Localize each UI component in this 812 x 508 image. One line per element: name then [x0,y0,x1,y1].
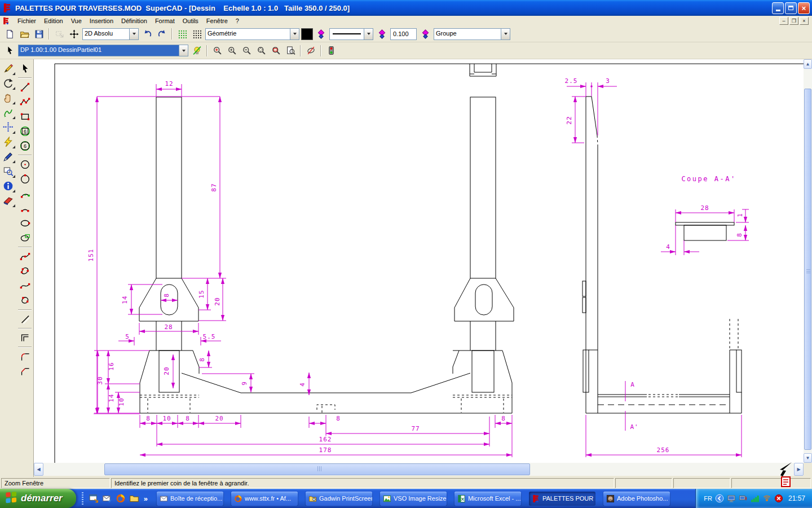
modify-tool[interactable] [1,61,16,76]
alert-icon[interactable] [774,494,783,503]
zoom-point-button[interactable] [210,44,224,57]
scroll-right-button[interactable]: ▶ [794,463,804,476]
folder-quick-icon[interactable] [129,493,139,503]
partial-drawing-combo-dropdown-arrow-icon[interactable] [179,45,188,56]
vertical-scroll-thumb[interactable] [804,89,811,450]
new-file-button[interactable] [3,28,16,41]
mdi-minimize-button[interactable]: – [779,17,788,25]
scroll-down-button[interactable]: ▼ [804,453,812,463]
regen-button[interactable] [324,44,338,57]
horizontal-scrollbar[interactable]: ◀ ▶ [34,463,804,476]
group-combo-dropdown-arrow-icon[interactable] [501,29,510,40]
rectangle-tool[interactable] [17,109,33,124]
polyline-tool[interactable] [17,94,33,109]
layer-color-button[interactable] [314,28,328,41]
display-settings-icon[interactable] [727,494,736,503]
circle-tool[interactable] [17,172,33,186]
show-desktop-icon[interactable] [89,493,99,503]
wireless-icon[interactable] [762,494,771,503]
vertical-scrollbar[interactable]: ▲ ▼ [804,59,812,463]
zoom-window-button[interactable] [269,44,283,57]
group-combo[interactable]: Groupe [434,28,510,40]
line-width-field[interactable]: 0.100 [390,28,417,40]
snap-tool[interactable] [1,120,16,134]
spline-tool[interactable] [17,249,33,264]
line-tool[interactable] [17,80,33,94]
start-button[interactable]: démarrer [0,489,76,508]
scroll-left-button[interactable]: ◀ [34,463,43,476]
quick-draw-tool[interactable] [1,134,16,149]
menu-fenetre[interactable]: Fenêtre [202,17,232,25]
save-button[interactable] [32,28,46,41]
task-browser[interactable]: www.sttx.fr • Af... [231,492,298,506]
curve-closed-tool[interactable] [17,293,33,308]
coordinate-mode-combo-dropdown-arrow-icon[interactable] [129,29,138,40]
chamfer-tool[interactable] [17,364,33,378]
layer-lamp-button[interactable] [190,44,204,57]
open-file-button[interactable] [17,28,31,41]
zoom-select-tool[interactable] [1,164,16,178]
circle-center-tool[interactable] [17,157,33,172]
pointer-button[interactable] [3,44,16,57]
restore-button[interactable] [785,2,797,14]
language-indicator[interactable]: FR [704,495,712,502]
line-style-color-button[interactable] [375,28,389,41]
ellipse-tool[interactable] [17,216,33,230]
line-style-combo[interactable] [329,28,373,40]
task-gadwin[interactable]: Gadwin PrintScreen [306,492,372,506]
task-photoshop[interactable]: Adobe Photosho... [603,492,670,506]
origin-button[interactable] [67,28,81,41]
menu-definition[interactable]: Définition [117,17,151,25]
freehand-tool[interactable] [1,105,16,120]
mdi-close-button[interactable]: × [800,17,809,25]
pan-tool[interactable] [1,90,16,105]
layer-combo[interactable]: Géométrie [205,28,299,40]
arc-center-tool[interactable] [17,186,33,201]
audio-device-icon[interactable] [739,494,748,503]
grid-display-button[interactable] [175,28,189,41]
zoom-in-button[interactable] [225,44,239,57]
polygon-inscribed-tool[interactable]: 6 [17,124,33,138]
drawing-canvas[interactable]: 12 151 87 14 8 [34,59,804,463]
polygon-circumscribed-tool[interactable]: 6 [17,138,33,153]
grid-snap-button[interactable] [190,28,204,41]
info-tool[interactable] [1,178,16,193]
firefox-quick-icon[interactable] [116,493,126,503]
hide-icons-chevron-icon[interactable] [715,494,724,503]
scroll-up-button[interactable]: ▲ [804,59,812,69]
layer-combo-dropdown-arrow-icon[interactable] [290,29,299,40]
task-supercad[interactable]: PALETTES POUR ... [529,492,595,506]
spline-closed-tool[interactable] [17,264,33,278]
partial-drawing-combo[interactable]: DP 1.00:1.00 DessinPartiel01 [18,45,188,56]
menu-format[interactable]: Format [151,17,179,25]
hatch-line-tool[interactable] [17,312,33,326]
curve-tool[interactable] [17,278,33,293]
menu-aide[interactable]: ? [232,17,243,25]
menu-outils[interactable]: Outils [179,17,202,25]
arc-tool[interactable] [17,201,33,216]
coordinate-mode-combo[interactable]: 2D Absolu [82,28,139,40]
zoom-extents-button[interactable] [254,44,268,57]
task-inbox[interactable]: Boîte de réceptio... [157,492,223,506]
menu-insertion[interactable]: Insertion [86,17,117,25]
zoom-page-button[interactable] [284,44,297,57]
menu-fichier[interactable]: Fichier [14,17,40,25]
undo-button[interactable] [140,28,154,41]
task-vso[interactable]: VSO Image Resizer [380,492,447,506]
erase-entity-button[interactable] [304,44,317,57]
minimize-button[interactable] [772,2,784,14]
redo-button[interactable] [155,28,169,41]
ink-pen-tool[interactable] [1,149,16,164]
select-tool[interactable] [17,61,33,76]
mdi-restore-button[interactable]: ❐ [789,17,798,25]
close-button[interactable]: × [798,2,810,14]
ellipse-axes-tool[interactable] [17,230,33,245]
offset-tool[interactable] [17,330,33,345]
outlook-express-icon[interactable] [102,493,112,503]
signal-strength-icon[interactable] [751,494,760,503]
fillet-tool[interactable] [17,349,33,364]
line-width-color-button[interactable] [418,28,432,41]
erase-tool[interactable] [1,193,16,208]
quick-launch-handle[interactable] [82,492,83,505]
menu-edition[interactable]: Edition [40,17,67,25]
